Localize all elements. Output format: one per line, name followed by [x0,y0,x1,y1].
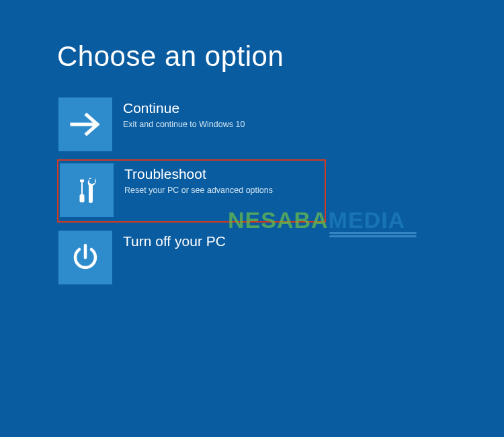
svg-rect-1 [80,180,84,182]
turnoff-option[interactable]: Turn off your PC [57,229,326,286]
turnoff-title: Turn off your PC [123,232,226,250]
svg-rect-2 [81,182,83,194]
turnoff-text: Turn off your PC [112,231,226,250]
page-title: Choose an option [57,40,504,73]
troubleshoot-subtitle: Reset your PC or see advanced options [124,185,273,196]
option-list: Continue Exit and continue to Windows 10 [57,96,504,286]
continue-subtitle: Exit and continue to Windows 10 [123,119,245,130]
troubleshoot-title: Troubleshoot [124,165,273,183]
continue-title: Continue [123,99,245,117]
continue-option[interactable]: Continue Exit and continue to Windows 10 [57,96,326,153]
arrow-right-icon [58,97,112,151]
continue-text: Continue Exit and continue to Windows 10 [112,97,245,130]
power-icon [58,231,112,284]
troubleshoot-text: Troubleshoot Reset your PC or see advanc… [114,163,273,196]
troubleshoot-option[interactable]: Troubleshoot Reset your PC or see advanc… [57,159,326,223]
tools-icon [60,163,114,217]
svg-rect-3 [80,194,85,202]
boot-menu-container: Choose an option Continue Exit and conti… [0,0,504,286]
